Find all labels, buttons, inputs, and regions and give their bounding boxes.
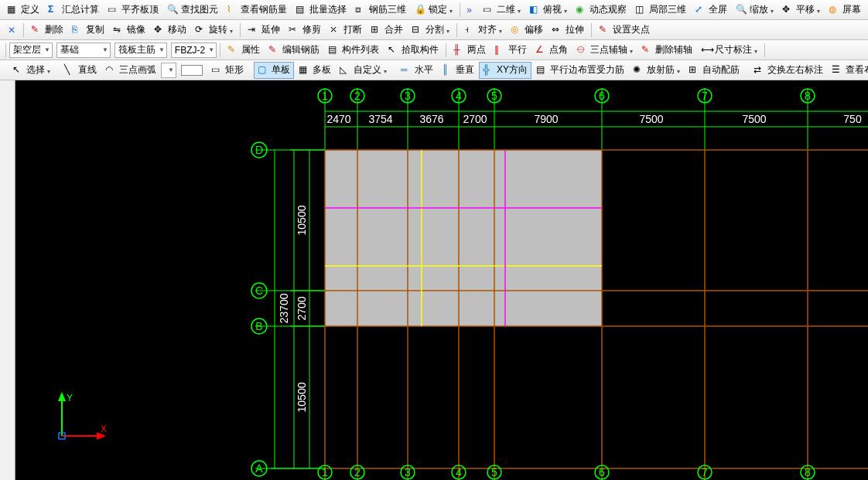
flat-btn[interactable]: ▭平齐板顶 <box>104 2 162 19</box>
twopt-btn[interactable]: ╫两点 <box>449 42 490 59</box>
edgebar-icon: ▤ <box>536 64 548 77</box>
prop-btn[interactable]: ✎属性 <box>224 42 264 59</box>
stretch-icon: ⇔ <box>552 24 564 36</box>
multi-icon: ▦ <box>299 64 311 77</box>
swap-btn[interactable]: ⇄交换左右标注 <box>750 62 827 79</box>
close-panel[interactable]: ✕ <box>3 25 20 36</box>
separator <box>456 23 457 37</box>
zoom-btn[interactable]: 🔍缩放 <box>732 2 777 19</box>
auto-btn[interactable]: ⊞自动配筋 <box>685 62 743 79</box>
custom-btn[interactable]: ◺自定义 <box>336 62 391 79</box>
dimlabel-btn[interactable]: ⟷尺寸标注 <box>697 42 761 59</box>
pick-btn[interactable]: ↖拾取构件 <box>384 42 443 59</box>
delaux-btn[interactable]: ✎删除辅轴 <box>637 42 696 59</box>
flat-label: 平齐板顶 <box>121 3 159 16</box>
screen-btn[interactable]: ◍屏幕 <box>825 2 865 19</box>
offset-btn[interactable]: ◎偏移 <box>507 22 547 39</box>
xydir-btn[interactable]: ╬XY方向 <box>479 62 531 79</box>
trim-btn[interactable]: ✂修剪 <box>285 22 325 39</box>
single-btn[interactable]: ▢单板 <box>254 62 294 79</box>
cursor-icon: ↖ <box>12 64 25 77</box>
local3d-btn[interactable]: ◫局部三维 <box>631 2 690 19</box>
editbar-label: 编辑钢筋 <box>282 43 320 56</box>
delete-btn[interactable]: ✎删除 <box>27 22 67 39</box>
svg-text:7500: 7500 <box>639 113 663 125</box>
radial-btn[interactable]: ✺放射筋 <box>629 62 684 79</box>
editbar-btn[interactable]: ✎编辑钢筋 <box>265 42 323 59</box>
mirror-btn[interactable]: ⇋镜像 <box>109 22 149 39</box>
line-btn[interactable]: ╲直线 <box>60 62 101 79</box>
break-label: 打断 <box>343 23 362 36</box>
delete-label: 删除 <box>45 23 63 36</box>
copy-btn[interactable]: ⎘复制 <box>68 22 108 39</box>
dyn-btn[interactable]: ◉动态观察 <box>572 2 630 19</box>
extend-btn[interactable]: ⇥延伸 <box>244 22 284 39</box>
svg-text:Y: Y <box>67 393 73 403</box>
batch-btn[interactable]: ▤批量选择 <box>292 2 350 19</box>
mirror-icon: ⇋ <box>113 24 125 36</box>
lock-btn[interactable]: 🔒锁定 <box>411 2 456 19</box>
break-btn[interactable]: ⤫打断 <box>326 22 366 39</box>
list-btn[interactable]: ▤构件列表 <box>324 42 383 59</box>
raft-dropdown[interactable]: 筏板主筋▼ <box>114 43 167 58</box>
left-ruler[interactable] <box>0 80 15 480</box>
steel3d-btn[interactable]: ⧈钢筋三维 <box>351 2 410 19</box>
pan-btn[interactable]: ✥平移 <box>778 2 824 19</box>
align-btn[interactable]: ⫞对齐 <box>460 22 506 39</box>
edgebar-btn[interactable]: ▤平行边布置受力筋 <box>532 62 628 79</box>
stretch-label: 拉伸 <box>566 23 584 36</box>
define-btn[interactable]: ▦定义 <box>3 2 43 19</box>
stretch-btn[interactable]: ⇔拉伸 <box>548 22 588 39</box>
linetype-dropdown[interactable]: ▼ <box>161 63 176 78</box>
separator <box>220 43 220 57</box>
radial-label: 放射筋 <box>647 63 675 77</box>
full-btn[interactable]: ⤢全屏 <box>691 2 731 19</box>
split-icon: ⊟ <box>412 24 424 36</box>
svg-text:C: C <box>255 284 263 297</box>
rect-btn[interactable]: ▭矩形 <box>207 62 248 79</box>
view2d-btn[interactable]: ▭二维 <box>479 2 525 19</box>
arc3-btn[interactable]: ◠三点画弧 <box>101 62 160 79</box>
horiz-btn[interactable]: ═水平 <box>397 62 437 79</box>
dim-icon: ⟷ <box>701 44 713 56</box>
base-dropdown[interactable]: 基础▼ <box>56 43 111 58</box>
sum-btn[interactable]: Σ汇总计算 <box>44 2 103 19</box>
svg-text:10500: 10500 <box>296 205 308 235</box>
zoom-label: 缩放 <box>750 3 768 16</box>
para-btn[interactable]: ‖平行 <box>490 42 531 59</box>
code-dropdown[interactable]: FBZJ-2▼ <box>171 43 217 58</box>
view2d-icon: ▭ <box>483 4 495 16</box>
drawing-canvas[interactable]: 1 2 3 4 5 6 7 8 1 2 3 4 5 6 7 8 <box>15 80 868 480</box>
persp-btn[interactable]: ◧俯视 <box>525 2 571 19</box>
col-dims: 2470 3754 3676 2700 7900 7500 7500 750 <box>326 113 861 125</box>
row-dims: 10500 2700 10500 23700 <box>278 205 308 412</box>
rebar-btn[interactable]: ⌇查看钢筋量 <box>223 2 291 19</box>
svg-text:4: 4 <box>456 90 462 102</box>
raft-value: 筏板主筋 <box>118 43 155 56</box>
rotate-btn[interactable]: ⟳旋转 <box>191 22 237 39</box>
layer-dropdown[interactable]: 架空层▼ <box>9 43 53 58</box>
move-btn[interactable]: ✥移动 <box>150 22 190 39</box>
toolbar-2: ✕ ✎删除 ⎘复制 ⇋镜像 ✥移动 ⟳旋转 ⇥延伸 ✂修剪 ⤫打断 ⊞合并 ⊟分… <box>0 20 868 40</box>
screen-label: 屏幕 <box>842 3 861 16</box>
line-icon: ╲ <box>64 64 77 77</box>
vert-btn[interactable]: ║垂直 <box>438 62 478 79</box>
select-btn[interactable]: ↖选择 <box>9 62 54 79</box>
ptang-icon: ∠ <box>535 44 548 56</box>
grip-btn[interactable]: ✎设置夹点 <box>595 22 654 39</box>
multi-btn[interactable]: ▦多板 <box>295 62 335 79</box>
prop-label: 属性 <box>241 43 260 56</box>
overflow-1[interactable]: » <box>463 2 476 19</box>
select-label: 选择 <box>26 63 45 77</box>
svg-text:2470: 2470 <box>326 113 350 125</box>
toolbar-4: ↖选择 ╲直线 ◠三点画弧 ▼ ▭矩形 ▢单板 ▦多板 ◺自定义 ═水平 ║垂直… <box>0 60 868 80</box>
threept-btn[interactable]: ⦵三点辅轴 <box>572 42 637 59</box>
viewlay-btn[interactable]: ☰查看布 <box>828 62 868 79</box>
ptang-btn[interactable]: ∠点角 <box>531 42 572 59</box>
swatch-btn[interactable] <box>177 62 207 79</box>
find-btn[interactable]: 🔍查找图元 <box>163 2 222 19</box>
join-btn[interactable]: ⊞合并 <box>367 22 407 39</box>
split-btn[interactable]: ⊟分割 <box>408 22 453 39</box>
copy-label: 复制 <box>86 23 104 36</box>
dyn-label: 动态观察 <box>589 3 627 16</box>
